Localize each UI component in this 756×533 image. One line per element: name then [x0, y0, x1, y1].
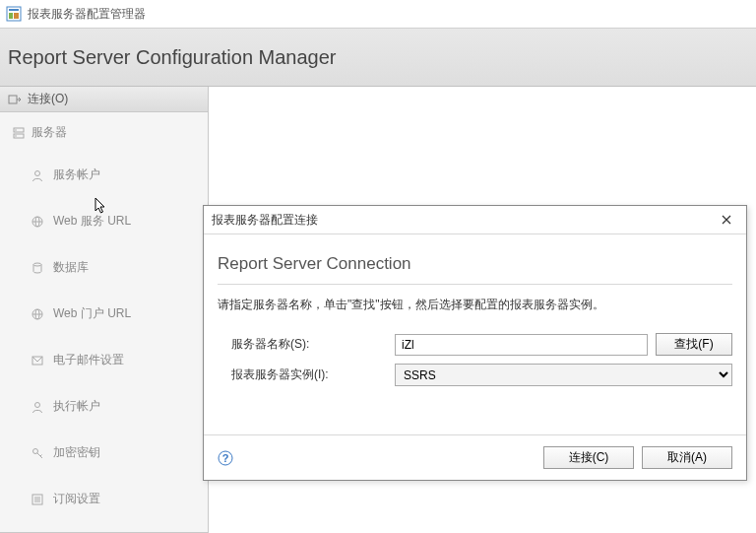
server-icon [12, 126, 26, 140]
connection-dialog: 报表服务器配置连接 Report Server Connection 请指定服务… [203, 205, 747, 481]
sidebar: 连接(O) 服务器 服务帐户 Web 服务 URL 数据库 [0, 87, 209, 533]
sidebar-connect-button[interactable]: 连接(O) [0, 87, 208, 112]
server-name-label: 服务器名称(S): [218, 336, 395, 353]
sidebar-item-database[interactable]: 数据库 [8, 251, 200, 284]
sidebar-item-web-portal-url[interactable]: Web 门户 URL [8, 298, 200, 330]
svg-point-18 [35, 402, 40, 407]
svg-rect-4 [9, 96, 17, 103]
find-button[interactable]: 查找(F) [656, 333, 732, 356]
close-icon [722, 215, 731, 225]
sidebar-item-label: 订阅设置 [53, 491, 100, 507]
sidebar-item-label: 执行帐户 [53, 398, 100, 415]
sidebar-server-root-label: 服务器 [32, 124, 67, 141]
sidebar-item-label: 加密密钥 [53, 444, 100, 461]
app-icon [6, 6, 22, 22]
svg-point-9 [35, 170, 40, 175]
dialog-instruction: 请指定服务器名称，单击"查找"按钮，然后选择要配置的报表服务器实例。 [218, 297, 732, 313]
svg-point-13 [33, 263, 41, 266]
sidebar-item-web-service-url[interactable]: Web 服务 URL [8, 205, 200, 237]
globe-icon [30, 306, 45, 322]
mail-icon [30, 353, 45, 368]
sidebar-item-label: 数据库 [53, 259, 89, 276]
user-icon [30, 399, 45, 415]
svg-rect-1 [9, 9, 19, 11]
sidebar-item-subscription-settings[interactable]: 订阅设置 [8, 483, 200, 515]
svg-point-19 [33, 448, 38, 453]
sidebar-tree: 服务器 服务帐户 Web 服务 URL 数据库 Web 门户 URL 电子邮件设… [0, 112, 208, 527]
sidebar-item-email-settings[interactable]: 电子邮件设置 [8, 344, 200, 376]
sidebar-item-label: Web 服务 URL [53, 213, 131, 230]
key-icon [30, 445, 45, 461]
sidebar-server-root[interactable]: 服务器 [8, 124, 200, 141]
svg-point-7 [15, 129, 17, 131]
dialog-title: 报表服务器配置连接 [212, 212, 318, 229]
sidebar-item-label: 电子邮件设置 [53, 352, 124, 368]
help-icon[interactable]: ? [218, 450, 233, 466]
dialog-heading: Report Server Connection [218, 246, 732, 285]
sidebar-item-service-account[interactable]: 服务帐户 [8, 159, 200, 191]
dialog-close-button[interactable] [715, 210, 738, 230]
app-title: 报表服务器配置管理器 [28, 6, 146, 23]
svg-rect-2 [9, 13, 13, 19]
sidebar-connect-label: 连接(O) [28, 91, 68, 107]
banner-title: Report Server Configuration Manager [8, 46, 337, 69]
cancel-button[interactable]: 取消(A) [642, 446, 732, 469]
database-icon [30, 260, 45, 276]
sidebar-item-encryption-keys[interactable]: 加密密钥 [8, 436, 200, 469]
instance-label: 报表服务器实例(I): [218, 366, 395, 383]
instance-select[interactable]: SSRS [395, 364, 732, 386]
svg-rect-3 [14, 13, 19, 19]
sidebar-item-execution-account[interactable]: 执行帐户 [8, 390, 200, 423]
sidebar-item-label: 服务帐户 [53, 167, 100, 183]
banner: Report Server Configuration Manager [0, 28, 756, 87]
globe-icon [30, 214, 45, 230]
list-icon [30, 492, 45, 507]
connect-button[interactable]: 连接(C) [543, 446, 634, 469]
dialog-titlebar[interactable]: 报表服务器配置连接 [204, 206, 746, 233]
connect-icon [8, 93, 22, 106]
sidebar-item-label: Web 门户 URL [53, 305, 131, 322]
svg-point-8 [15, 135, 17, 137]
window-titlebar: 报表服务器配置管理器 [0, 0, 756, 28]
user-icon [30, 167, 45, 183]
server-name-input[interactable] [395, 334, 648, 356]
svg-text:?: ? [222, 452, 229, 464]
